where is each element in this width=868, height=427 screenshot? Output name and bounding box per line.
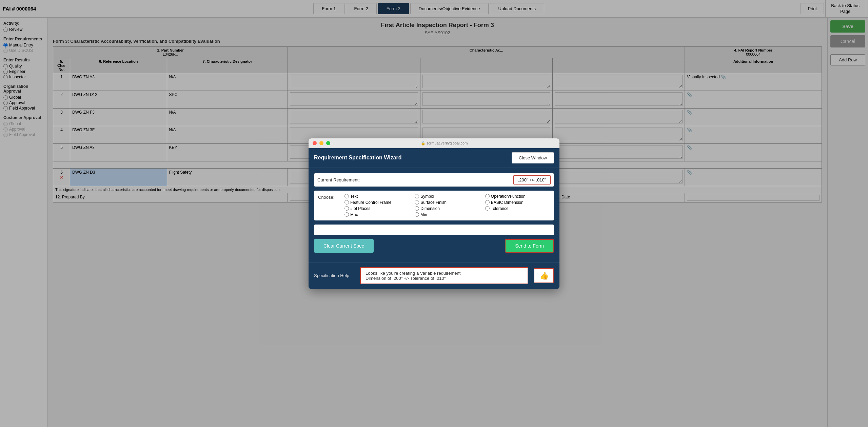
choose-min[interactable]: Min xyxy=(415,212,479,217)
modal-overlay: 🔒 scrmuat.verifyglobal.com Requirement S… xyxy=(0,0,868,427)
choose-max[interactable]: Max xyxy=(344,212,409,217)
spec-help-section: Specification Help Looks like you're cre… xyxy=(309,262,559,289)
choose-symbol-label: Symbol xyxy=(420,194,434,199)
action-buttons: Clear Current Spec Send to Form xyxy=(314,239,554,253)
choose-min-radio[interactable] xyxy=(415,212,419,217)
req-text-input[interactable] xyxy=(318,227,550,232)
modal-header: Requirement Specification Wizard Close W… xyxy=(309,148,559,168)
choose-basic[interactable]: BASIC Dimension xyxy=(485,200,550,205)
spec-help-text: Looks like you're creating a Variable re… xyxy=(360,267,528,284)
choose-places-label: # of Places xyxy=(350,206,370,211)
choose-grid: Text Symbol Operation/Function Feat xyxy=(344,194,550,217)
choose-operation-radio[interactable] xyxy=(485,194,490,198)
modal-title: Requirement Specification Wizard xyxy=(314,155,402,161)
choose-places-radio[interactable] xyxy=(344,206,349,211)
choose-dimension-radio[interactable] xyxy=(415,206,419,211)
choose-operation[interactable]: Operation/Function xyxy=(485,194,550,199)
current-req-label: Current Requirement: xyxy=(317,177,372,182)
traffic-light-yellow[interactable] xyxy=(319,141,323,145)
close-window-button[interactable]: Close Window xyxy=(512,152,554,163)
choose-surface[interactable]: Surface Finish xyxy=(415,200,479,205)
choose-row: Choose: Text Symbol Operation/Functio xyxy=(318,194,550,217)
thumbs-up-icon[interactable]: 👍 xyxy=(534,268,554,283)
choose-tolerance-label: Tolerance xyxy=(491,206,509,211)
choose-basic-label: BASIC Dimension xyxy=(491,200,524,205)
current-req-input[interactable] xyxy=(374,176,511,184)
choose-fcf-radio[interactable] xyxy=(344,200,349,205)
choose-text[interactable]: Text xyxy=(344,194,409,199)
choose-operation-label: Operation/Function xyxy=(491,194,526,199)
choose-min-label: Min xyxy=(420,212,427,217)
choose-symbol-radio[interactable] xyxy=(415,194,419,198)
modal-titlebar: 🔒 scrmuat.verifyglobal.com xyxy=(309,138,559,148)
choose-surface-radio[interactable] xyxy=(415,200,419,205)
choose-fcf-label: Feature Control Frame xyxy=(350,200,391,205)
choose-places[interactable]: # of Places xyxy=(344,206,409,211)
choose-basic-radio[interactable] xyxy=(485,200,490,205)
choose-max-label: Max xyxy=(350,212,358,217)
clear-current-spec-button[interactable]: Clear Current Spec xyxy=(314,239,374,253)
req-text-area[interactable] xyxy=(314,225,554,235)
traffic-light-green[interactable] xyxy=(326,141,330,145)
choose-dimension[interactable]: Dimension xyxy=(415,206,479,211)
requirement-wizard-modal: 🔒 scrmuat.verifyglobal.com Requirement S… xyxy=(309,138,559,289)
choose-surface-label: Surface Finish xyxy=(420,200,447,205)
choose-label: Choose: xyxy=(318,194,342,200)
traffic-light-red[interactable] xyxy=(313,141,317,145)
choose-text-radio[interactable] xyxy=(344,194,349,198)
modal-body: Current Requirement: .200" +/- .010" Cho… xyxy=(309,168,559,262)
choose-tolerance[interactable]: Tolerance xyxy=(485,206,550,211)
choose-tolerance-radio[interactable] xyxy=(485,206,490,211)
choose-section: Choose: Text Symbol Operation/Functio xyxy=(314,191,554,220)
modal-url: 🔒 scrmuat.verifyglobal.com xyxy=(333,141,555,145)
current-req-value: .200" +/- .010" xyxy=(513,175,551,185)
choose-max-radio[interactable] xyxy=(344,212,349,217)
choose-text-label: Text xyxy=(350,194,358,199)
choose-dimension-label: Dimension xyxy=(420,206,440,211)
choose-symbol[interactable]: Symbol xyxy=(415,194,479,199)
current-requirement-row: Current Requirement: .200" +/- .010" xyxy=(314,173,554,187)
choose-fcf[interactable]: Feature Control Frame xyxy=(344,200,409,205)
spec-help-label: Specification Help xyxy=(314,273,355,278)
send-to-form-button[interactable]: Send to Form xyxy=(505,239,554,253)
